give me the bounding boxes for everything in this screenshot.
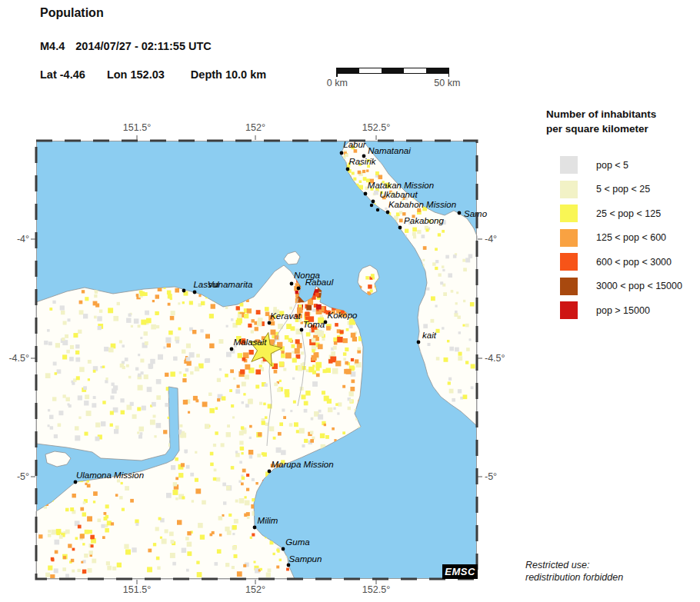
legend-row: 5 < pop < 25 [560, 181, 696, 198]
axis-tick-label: 152° [245, 122, 265, 133]
legend-label: 600 < pop < 3000 [596, 257, 672, 268]
legend-title-line2: per square kilometer [546, 121, 696, 136]
legend-swatch [560, 253, 578, 271]
scale-segment [404, 68, 426, 73]
axis-tick-label: 152.5° [362, 122, 390, 133]
legend-label: 5 < pop < 25 [596, 184, 650, 195]
axis-tick-label: 152° [245, 584, 265, 595]
place-label: Pakabong [404, 216, 444, 225]
place-dot [268, 470, 272, 474]
legend-row: 600 < pop < 3000 [560, 253, 696, 271]
legend-row: 25 < pop < 125 [560, 205, 696, 222]
legend-row: 3000 < pop < 15000 [560, 278, 696, 295]
place-dot [370, 204, 373, 207]
legend-label: pop > 15000 [596, 305, 650, 316]
axis-tick-label: -4° [485, 234, 497, 244]
scale-end-label: 50 km [434, 78, 460, 88]
legend-row: pop > 15000 [560, 301, 696, 319]
place-dot [230, 348, 234, 351]
event-latitude: Lat -4.46 [40, 68, 85, 81]
legend-label: 25 < pop < 125 [596, 208, 661, 219]
legend-swatch [560, 229, 578, 247]
place-dot [253, 526, 257, 530]
axis-tick-label: -4° [17, 234, 29, 244]
place-dot [376, 208, 379, 211]
axis-tick-label: 152.5° [362, 584, 390, 595]
place-label: Kabahon Mission [388, 200, 456, 209]
scale-tick [336, 73, 338, 77]
event-coordinates: Lat -4.46 Lon 152.03 Depth 10.0 km [40, 68, 266, 81]
place-dot [182, 289, 186, 293]
place-label: Rasirik [348, 157, 376, 166]
legend-swatch [560, 301, 578, 319]
event-depth: Depth 10.0 km [191, 68, 266, 81]
map: LassulVunamaritaNongaRabaulKeravatTomaKo… [36, 141, 477, 579]
place-dot [346, 168, 350, 171]
map-canvas: LassulVunamaritaNongaRabaulKeravatTomaKo… [36, 141, 477, 579]
legend-swatch [560, 205, 578, 222]
axis-tick-label: -4.5° [8, 353, 29, 364]
place-label: Vunamarita [208, 280, 253, 289]
axis-tick-label: -5° [485, 471, 497, 482]
page-title: Population [40, 6, 104, 20]
place-dot [287, 564, 291, 567]
axis-tick-label: -5° [17, 471, 29, 482]
place-label: kait [422, 331, 437, 340]
place-label: Ukabanut [379, 190, 418, 199]
legend: Number of inhabitants per square kilomet… [546, 107, 696, 326]
legend-label: 125 < pop < 600 [596, 232, 666, 243]
axis-tick-label: 151.5° [123, 122, 151, 133]
place-dot [386, 211, 390, 215]
place-dot [193, 291, 197, 294]
event-magnitude: M4.4 [40, 40, 65, 52]
place-label: Malasait [234, 338, 268, 347]
emsc-logo: EMSC [442, 564, 478, 579]
place-label: Guma [285, 537, 309, 547]
scale-segment [426, 68, 448, 73]
legend-swatch [560, 181, 578, 198]
legend-label: pop < 5 [596, 160, 628, 171]
place-label: Samo [464, 209, 488, 218]
scale-segment [382, 68, 404, 73]
place-label: Namatanai [368, 146, 411, 155]
map-scale-bar [336, 68, 449, 74]
place-dot [282, 547, 285, 551]
place-dot [290, 282, 294, 286]
place-dot [372, 200, 375, 204]
event-longitude: Lon 152.03 [107, 68, 165, 81]
scale-start-label: 0 km [327, 78, 348, 88]
legend-title: Number of inhabitants per square kilomet… [546, 107, 696, 136]
place-dot [74, 481, 78, 484]
place-label: Ulamona Mission [76, 471, 144, 480]
population-map-page: Population M4.4 2014/07/27 - 02:11:55 UT… [0, 0, 700, 602]
place-label: Marupa Mission [271, 460, 333, 469]
legend-swatch [560, 278, 578, 295]
legend-row: pop < 5 [560, 156, 696, 174]
event-datetime: 2014/07/27 - 02:11:55 UTC [75, 40, 212, 52]
place-dot [398, 226, 402, 230]
place-label: Rabaul [305, 278, 334, 287]
place-dot [458, 211, 462, 215]
scale-tick [448, 73, 450, 77]
place-dot [340, 151, 344, 155]
restriction-notice: Restricted use: redistribution forbidden [525, 559, 623, 584]
restriction-line1: Restricted use: [525, 559, 623, 571]
legend-label: 3000 < pop < 15000 [596, 281, 682, 291]
place-dot [417, 341, 421, 344]
legend-rows: pop < 55 < pop < 2525 < pop < 125125 < p… [546, 156, 696, 319]
place-label: Matakan Mission [368, 181, 434, 190]
place-label: Kokopo [327, 311, 358, 320]
scale-segment [359, 68, 382, 73]
legend-row: 125 < pop < 600 [560, 229, 696, 247]
restriction-line2: redistribution forbidden [525, 571, 623, 584]
legend-swatch [560, 156, 578, 174]
place-label: Toma [303, 320, 325, 329]
scale-segment [337, 68, 359, 73]
place-dot [297, 287, 301, 291]
place-dot [364, 192, 368, 196]
place-label: Sampun [289, 554, 322, 564]
axis-tick-label: -4.5° [485, 353, 505, 364]
event-info: M4.4 2014/07/27 - 02:11:55 UTC [40, 40, 212, 52]
place-label: Keravat [270, 311, 301, 321]
place-label: Milim [258, 516, 278, 525]
